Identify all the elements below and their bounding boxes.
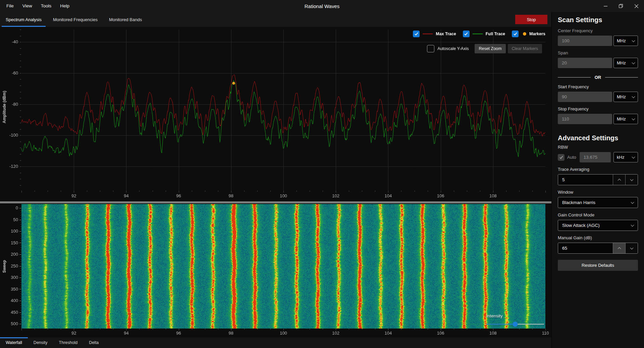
restore-button[interactable] [613, 0, 629, 12]
rbw-input[interactable] [580, 152, 611, 162]
or-text: OR [595, 75, 601, 80]
menu-tools[interactable]: Tools [37, 0, 56, 12]
center-frequency-input[interactable] [558, 36, 612, 46]
divider-line [558, 77, 591, 78]
chevron-down-icon [631, 223, 634, 227]
start-frequency-unit-select[interactable]: MHz [613, 92, 638, 102]
window-value: Blackman Harris [562, 200, 595, 205]
chevron-down-icon [632, 95, 635, 98]
trace-averaging-decrement-button[interactable] [625, 175, 638, 185]
unit-value: MHz [617, 60, 626, 65]
rbw-label: RBW [558, 145, 638, 150]
start-frequency-label: Start Frequency [558, 84, 638, 89]
chevron-down-icon [630, 246, 633, 249]
manual-gain-stepper [558, 243, 638, 254]
window-title: Rational Waves [0, 3, 644, 9]
intensity-slider[interactable] [486, 324, 544, 325]
close-button[interactable] [629, 0, 644, 12]
divider-line [605, 77, 638, 78]
center-frequency-label: Center Frequency [558, 28, 638, 33]
span-input[interactable] [558, 58, 612, 68]
sweep-axis-label: Sweep [2, 260, 7, 273]
clear-markers-button[interactable]: Clear Markers [508, 44, 542, 53]
analysis-area: Spectrum Analysis Monitored Frequencies … [0, 12, 551, 348]
restore-icon [619, 4, 623, 8]
waterfall-canvas[interactable] [0, 203, 551, 337]
chevron-down-icon [630, 178, 633, 181]
full-trace-label: Full Trace [486, 32, 505, 36]
full-trace-checkbox[interactable] [463, 31, 470, 37]
unit-value: MHz [617, 116, 626, 121]
title-bar: File View Tools Help Rational Waves [0, 0, 644, 12]
unit-value: MHz [617, 94, 626, 99]
manual-gain-input[interactable] [558, 243, 613, 253]
minimize-button[interactable] [598, 0, 613, 12]
spectrum-panel: Amplitude (dBm) Max Trace Full Trace Mar… [0, 27, 551, 201]
center-frequency-unit-select[interactable]: MHz [613, 36, 638, 46]
chart-controls: Autoscale Y-Axis Reset Zoom Clear Marker… [427, 44, 542, 53]
full-trace-swatch [473, 34, 483, 34]
app-window: File View Tools Help Rational Waves [0, 0, 644, 348]
autoscale-checkbox[interactable] [427, 45, 434, 52]
minimize-icon [604, 4, 607, 8]
max-trace-label: Max Trace [436, 32, 456, 36]
amplitude-axis-label: Amplitude (dBm) [2, 91, 7, 123]
trace-averaging-increment-button[interactable] [613, 175, 625, 185]
markers-checkbox[interactable] [512, 31, 519, 37]
unit-value: kHz [617, 155, 624, 160]
menu-view[interactable]: View [18, 0, 37, 12]
close-icon [635, 4, 638, 8]
unit-value: MHz [617, 38, 626, 43]
intensity-control: Intensity [486, 313, 545, 325]
chevron-down-icon [631, 200, 634, 204]
chevron-down-icon [632, 61, 635, 64]
span-unit-select[interactable]: MHz [613, 58, 638, 68]
gain-control-mode-value: Slow Attack (AGC) [562, 223, 600, 228]
tab-threshold[interactable]: Threshold [53, 337, 84, 348]
tab-waterfall[interactable]: Waterfall [0, 337, 28, 348]
menu-file[interactable]: File [2, 0, 18, 12]
tab-bar: Spectrum Analysis Monitored Frequencies … [0, 12, 551, 27]
intensity-label: Intensity [486, 313, 545, 318]
window-select[interactable]: Blackman Harris [558, 197, 638, 208]
stop-frequency-label: Stop Frequency [558, 106, 638, 111]
markers-label: Markers [529, 32, 545, 36]
manual-gain-label: Manual Gain (dB) [558, 235, 638, 240]
autoscale-label: Autoscale Y-Axis [437, 46, 469, 51]
tab-monitored-frequencies[interactable]: Monitored Frequencies [47, 12, 103, 27]
check-icon [559, 155, 563, 159]
menu-help[interactable]: Help [56, 0, 74, 12]
or-divider: OR [558, 75, 638, 80]
reset-zoom-button[interactable]: Reset Zoom [475, 44, 505, 53]
tab-spectrum-analysis[interactable]: Spectrum Analysis [0, 12, 47, 27]
intensity-slider-fill [486, 324, 515, 325]
stop-button[interactable]: Stop [515, 15, 547, 24]
rbw-auto-checkbox[interactable] [558, 154, 565, 161]
markers-swatch [523, 32, 526, 36]
start-frequency-input[interactable] [558, 92, 612, 102]
main-row: Spectrum Analysis Monitored Frequencies … [0, 12, 644, 348]
manual-gain-decrement-button[interactable] [625, 243, 638, 253]
check-icon [415, 32, 418, 36]
menu-bar: File View Tools Help [0, 0, 74, 12]
waterfall-tab-bar: Waterfall Density Threshold Delta [0, 337, 551, 348]
chevron-down-icon [632, 155, 635, 158]
chevron-down-icon [632, 39, 635, 42]
trace-averaging-input[interactable] [558, 175, 613, 185]
manual-gain-increment-button[interactable] [613, 243, 625, 253]
check-icon [465, 32, 468, 36]
stop-frequency-input[interactable] [558, 114, 612, 124]
tab-density[interactable]: Density [28, 337, 53, 348]
trace-legend: Max Trace Full Trace Markers [413, 31, 547, 37]
restore-defaults-button[interactable]: Restore Defaults [558, 260, 638, 271]
max-trace-swatch [423, 34, 433, 34]
tab-delta[interactable]: Delta [83, 337, 104, 348]
stop-frequency-unit-select[interactable]: MHz [613, 114, 638, 124]
rbw-unit-select[interactable]: kHz [613, 152, 638, 162]
gain-control-mode-select[interactable]: Slow Attack (AGC) [558, 220, 638, 231]
window-label: Window [558, 190, 638, 195]
tab-monitored-bands[interactable]: Monitored Bands [103, 12, 148, 27]
max-trace-checkbox[interactable] [413, 31, 420, 37]
waterfall-panel: Sweep Intensity [0, 203, 551, 337]
intensity-slider-thumb[interactable] [513, 322, 518, 327]
